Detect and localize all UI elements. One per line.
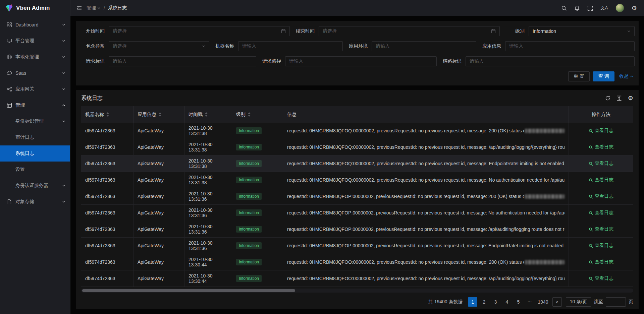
cell-actions: 查看日志 <box>569 139 633 155</box>
column-header-actions: 操作方法 <box>569 106 633 123</box>
sort-icons <box>159 112 161 117</box>
language-translate-icon[interactable]: 文A <box>597 0 612 16</box>
level-select[interactable]: Information <box>529 26 635 36</box>
cell-timestamp: 2021-10-30 13:31:36 <box>184 221 232 237</box>
sidebar-subitem-auth-server[interactable]: 身份认证服务器 <box>0 178 70 194</box>
contains-exception-select[interactable]: 请选择 <box>109 41 209 51</box>
page-button-4[interactable]: 4 <box>502 297 512 307</box>
sidebar-subitem-audit-log[interactable]: 审计日志 <box>0 129 70 145</box>
view-log-link[interactable]: 查看日志 <box>589 193 613 199</box>
page-button-1[interactable]: 1 <box>468 297 477 307</box>
sidebar-subitem-identity[interactable]: 身份标识管理 <box>0 113 70 129</box>
fullscreen-icon[interactable] <box>584 0 597 16</box>
cell-machine: df5974d72363 <box>81 123 133 139</box>
request-id-input[interactable]: 请输入 <box>109 56 256 66</box>
page-button-2[interactable]: 2 <box>479 297 489 307</box>
cell-level: Information <box>232 155 283 172</box>
collapse-link[interactable]: 收起 <box>619 73 633 79</box>
chevron-down-icon <box>62 184 65 187</box>
cell-timestamp: 2021-10-30 13:31:36 <box>184 238 232 254</box>
level-badge: Information <box>236 242 262 249</box>
search-button[interactable]: 查 询 <box>593 71 614 81</box>
scrollbar-thumb[interactable] <box>82 289 295 292</box>
column-header-machine[interactable]: 机器名称 <box>81 106 133 123</box>
menu-fold-icon[interactable] <box>73 0 85 16</box>
jump-suffix: 页 <box>629 299 633 305</box>
sidebar-item-saas[interactable]: Saas <box>0 65 70 81</box>
next-page-button[interactable]: > <box>552 297 562 307</box>
search-icon[interactable] <box>557 0 571 16</box>
sidebar-item-object-storage[interactable]: 对象存储 <box>0 194 70 210</box>
cell-app: ApiGateWay <box>133 238 184 254</box>
start-time-input[interactable]: 请选择 <box>109 26 290 36</box>
end-time-input[interactable]: 请选择 <box>319 26 500 36</box>
page-button-5[interactable]: 5 <box>514 297 523 307</box>
cell-app: ApiGateWay <box>133 221 184 237</box>
sidebar-item-platform[interactable]: 平台管理 <box>0 33 70 49</box>
sort-desc-icon <box>159 115 161 117</box>
table-toolbar: ⚙ <box>605 95 633 101</box>
request-path-input[interactable]: 请输入 <box>285 56 437 66</box>
user-avatar[interactable] <box>612 0 628 16</box>
sidebar-item-localization[interactable]: 本地化管理 <box>0 49 70 65</box>
logo[interactable]: Vben Admin <box>0 0 70 16</box>
breadcrumb-item[interactable]: 系统日志 <box>108 5 127 11</box>
filter-row-2: 包含异常请选择机器名称请输入应用环境请输入应用信息请输入 <box>80 41 635 51</box>
table-settings-icon[interactable]: ⚙ <box>628 95 633 101</box>
page-size-select[interactable]: 10 条/页 <box>566 297 591 307</box>
cell-machine: df5974d72363 <box>81 155 133 172</box>
view-log-link[interactable]: 查看日志 <box>589 210 613 216</box>
page-button-1940[interactable]: 1940 <box>536 297 549 307</box>
view-log-link[interactable]: 查看日志 <box>589 259 613 265</box>
level-badge: Information <box>236 160 262 167</box>
sidebar-subitem-system-log[interactable]: 系统日志 <box>0 145 70 162</box>
view-log-link[interactable]: 查看日志 <box>589 226 613 232</box>
table-row: df5974d72363ApiGateWay2021-10-30 13:31:3… <box>81 188 633 205</box>
cell-timestamp: 2021-10-30 13:30:44 <box>184 270 232 287</box>
app-info-input[interactable]: 请输入 <box>505 41 635 51</box>
view-log-link[interactable]: 查看日志 <box>589 161 613 167</box>
trace-id-input[interactable]: 请输入 <box>466 56 635 66</box>
sidebar-item-dashboard[interactable]: Dashboard <box>0 17 70 33</box>
filter-label: 请求标识 <box>80 58 109 64</box>
column-header-app[interactable]: 应用信息 <box>133 106 184 123</box>
settings-gear-icon[interactable]: ⚙ <box>628 0 641 16</box>
cell-app: ApiGateWay <box>133 188 184 204</box>
filter-label: 机器名称 <box>209 43 238 49</box>
view-log-link[interactable]: 查看日志 <box>589 243 613 249</box>
view-log-link[interactable]: 查看日志 <box>589 128 613 134</box>
avatar-image <box>615 4 624 12</box>
view-log-link[interactable]: 查看日志 <box>589 144 613 150</box>
app-environment-input[interactable]: 请输入 <box>372 41 476 51</box>
page-button-3[interactable]: 3 <box>491 297 500 307</box>
cell-actions: 查看日志 <box>569 123 633 139</box>
table-title: 系统日志 <box>81 95 103 102</box>
machine-name-input[interactable]: 请输入 <box>238 41 343 51</box>
breadcrumb-item[interactable]: 管理 <box>87 5 101 11</box>
filter-label: 级别 <box>500 28 529 34</box>
cell-message: requestId: 0HMCRBM8JQFOP:00000002, previ… <box>283 238 569 254</box>
cell-app: ApiGateWay <box>133 254 184 270</box>
chevron-down-icon <box>62 120 65 123</box>
view-log-link[interactable]: 查看日志 <box>589 177 613 183</box>
notification-bell-icon[interactable] <box>571 0 584 16</box>
storage-icon <box>7 199 12 204</box>
sidebar-subitem-settings[interactable]: 设置 <box>0 162 70 178</box>
table-body: df5974d72363ApiGateWay2021-10-30 13:31:3… <box>81 123 633 287</box>
cell-message: requestId: 0HMCRBM8JQFOO:00000002, previ… <box>283 270 569 287</box>
sidebar-item-gateway[interactable]: 应用网关 <box>0 81 70 97</box>
reset-button[interactable]: 重 置 <box>568 71 590 81</box>
table-row: df5974d72363ApiGateWay2021-10-30 13:31:3… <box>81 238 633 254</box>
column-height-icon[interactable] <box>616 96 622 101</box>
view-log-link[interactable]: 查看日志 <box>589 275 613 281</box>
cell-actions: 查看日志 <box>569 254 633 270</box>
horizontal-scrollbar[interactable] <box>81 289 633 293</box>
header-actions: 文A ⚙ <box>557 0 641 16</box>
sidebar-item-management[interactable]: 管理 <box>0 97 70 113</box>
column-header-level[interactable]: 级别 <box>232 106 283 123</box>
jump-page-input[interactable] <box>606 297 626 307</box>
chevron-down-icon <box>62 200 65 203</box>
column-header-timestamp[interactable]: 时间戳 <box>184 106 232 123</box>
refresh-icon[interactable] <box>605 96 610 101</box>
cell-machine: df5974d72363 <box>81 270 133 287</box>
